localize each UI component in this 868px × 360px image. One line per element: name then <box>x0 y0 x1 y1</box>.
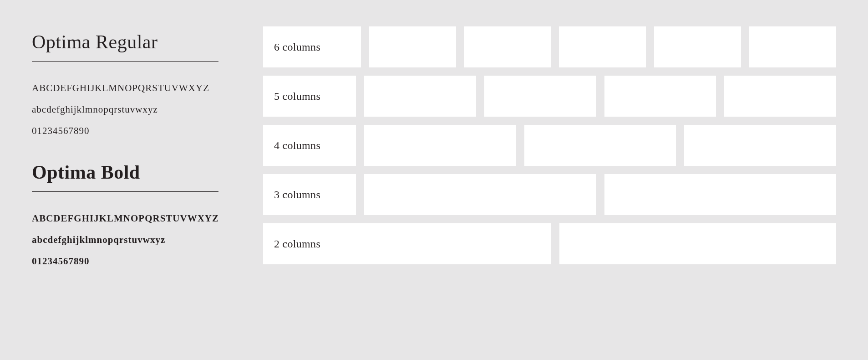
grid-demo-column: 6 columns 5 columns 4 columns 3 columns <box>232 26 836 360</box>
grid-label: 3 columns <box>274 189 320 201</box>
divider <box>32 61 218 62</box>
grid-cell <box>364 125 516 166</box>
type-block-regular: Optima Regular ABCDEFGHIJKLMNOPQRSTUVWXY… <box>32 31 232 137</box>
specimen-digits: 01234567890 <box>32 256 232 267</box>
grid-label: 2 columns <box>274 238 320 250</box>
grid-cell-label: 4 columns <box>263 125 356 166</box>
grid-row-2: 2 columns <box>263 223 836 264</box>
grid-label: 4 columns <box>274 139 320 152</box>
type-title-regular: Optima Regular <box>32 31 232 61</box>
type-block-bold: Optima Bold ABCDEFGHIJKLMNOPQRSTUVWXYZ a… <box>32 161 232 267</box>
grid-row-3: 3 columns <box>263 174 836 215</box>
grid-cell <box>559 223 837 264</box>
grid-cell <box>524 125 676 166</box>
specimen-digits: 01234567890 <box>32 125 232 137</box>
grid-cell <box>364 174 596 215</box>
typography-column: Optima Regular ABCDEFGHIJKLMNOPQRSTUVWXY… <box>32 26 232 360</box>
grid-cell <box>464 26 551 67</box>
style-guide-page: Optima Regular ABCDEFGHIJKLMNOPQRSTUVWXY… <box>0 0 868 360</box>
grid-row-4: 4 columns <box>263 125 836 166</box>
grid-cell <box>484 76 596 117</box>
grid-row-5: 5 columns <box>263 76 836 117</box>
grid-cell <box>364 76 476 117</box>
grid-cell-label: 6 columns <box>263 26 361 67</box>
grid-cell <box>369 26 456 67</box>
specimen-upper: ABCDEFGHIJKLMNOPQRSTUVWXYZ <box>32 213 232 224</box>
grid-cell-label: 5 columns <box>263 76 356 117</box>
grid-label: 6 columns <box>274 41 320 53</box>
specimen-lower: abcdefghijklmnopqrstuvwxyz <box>32 104 232 115</box>
grid-cell <box>654 26 741 67</box>
grid-cell-label: 3 columns <box>263 174 356 215</box>
grid-cell-label: 2 columns <box>263 223 551 264</box>
grid-cell <box>749 26 836 67</box>
specimen-lower: abcdefghijklmnopqrstuvwxyz <box>32 234 232 246</box>
specimen-upper: ABCDEFGHIJKLMNOPQRSTUVWXYZ <box>32 82 232 94</box>
grid-cell <box>724 76 836 117</box>
grid-cell <box>604 174 837 215</box>
divider <box>32 191 218 192</box>
grid-row-6: 6 columns <box>263 26 836 67</box>
grid-cell <box>559 26 646 67</box>
grid-label: 5 columns <box>274 90 320 103</box>
grid-cell <box>684 125 836 166</box>
grid-cell <box>604 76 716 117</box>
type-title-bold: Optima Bold <box>32 161 232 191</box>
